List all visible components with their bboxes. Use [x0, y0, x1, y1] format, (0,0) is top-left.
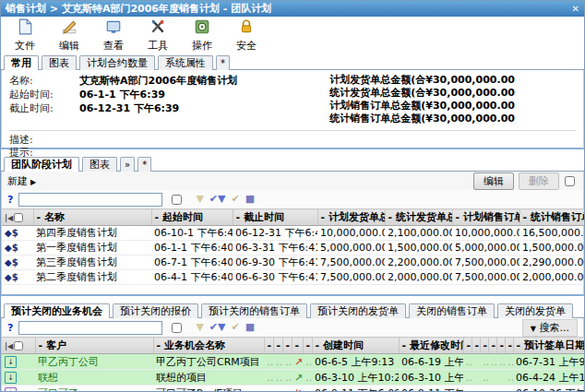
search-dropdown-button[interactable]: ▼ 搜索... [522, 319, 578, 337]
opportunity-column-header-14[interactable]: - [505, 338, 513, 354]
opportunity-select-all-header[interactable]: |◀ [2, 338, 35, 354]
new-button[interactable]: 新建▶ [7, 174, 36, 188]
stop-icon[interactable]: ■ [245, 193, 255, 206]
opportunity-column-header-9[interactable]: - [463, 338, 472, 354]
truncated-cell: … [463, 386, 472, 392]
tab-opportunity-5[interactable]: 关闭的发货单 [497, 303, 573, 318]
toolbar: 文件编辑查看工具操作安全 [1, 17, 584, 52]
stage-name-cell: 第三季度销售计划 [33, 255, 151, 270]
stage-select-checkbox[interactable] [565, 176, 575, 186]
stage-column-header-2[interactable]: - 截止时间 [233, 209, 317, 226]
table-row[interactable]: ↓联想联想的项目………↗…06-3-10 上午10:2506-3-10 上午10… [2, 370, 585, 386]
toolbar-button-view[interactable]: 查看 [97, 18, 130, 53]
opportunity-column-header-15[interactable]: - 预计签单日期 [513, 338, 585, 354]
toolbar-button-edit-pencil[interactable]: 编辑 [53, 18, 86, 53]
toolbar-button-tools[interactable]: 工具 [141, 18, 174, 53]
stage-column-header-6[interactable]: - 统计销售订单总金 [519, 209, 585, 226]
stage-column-header-0[interactable]: - 名称 [33, 209, 151, 226]
opportunity-column-header-10[interactable]: - [472, 338, 480, 354]
filter-funnel-check-icon[interactable]: ✔▼ [209, 193, 226, 206]
start-time-cell: 06-10-1 下午6:40 [151, 226, 233, 241]
stop-icon[interactable]: ■ [245, 321, 255, 334]
stage-column-header-4[interactable]: - 统计发货单总金额 [385, 209, 452, 226]
table-row[interactable]: ◆$第四季度销售计划06-10-1 下午6:4006-12-31 下午6:411… [2, 226, 585, 241]
opportunity-tab-row: 预计关闭的业务机会预计关闭的报价预计关闭的销售订单预计关闭的发货单关闭的销售订单… [1, 300, 584, 318]
opportunity-column-header-11[interactable]: - [480, 338, 488, 354]
tab-main-2[interactable]: 计划合约数量 [79, 55, 155, 70]
opportunity-column-header-3[interactable]: - [273, 338, 282, 354]
amount-cell: 2,000,000.00 [519, 270, 585, 285]
truncated-cell: … [505, 370, 513, 386]
stage-filter-checkbox[interactable] [172, 195, 182, 205]
plan-money-icon: ◆$ [2, 241, 33, 255]
tab-stage-2[interactable]: » [120, 157, 135, 172]
amount-cell: 5,000,000.00 [317, 241, 385, 255]
amount-cell: 2,200,000.00 [385, 255, 452, 270]
name-label: 名称: [9, 74, 79, 88]
truncated-cell: … [488, 386, 496, 392]
close-icon[interactable]: ✕ [572, 1, 579, 17]
opportunity-search-bar: ? ▼✔▼✔■ ▼ 搜索... [2, 318, 583, 337]
tab-stage-1[interactable]: 图表 [82, 157, 117, 172]
opportunity-filter-checkbox[interactable] [172, 323, 182, 333]
start-time-label: 起始时间: [9, 88, 79, 101]
modified-time-cell: 06-3-10 上午10:31 [399, 370, 463, 386]
opportunity-column-header-7[interactable]: - 创建时间 [312, 338, 399, 354]
tab-stage-0[interactable]: 团队阶段计划 [4, 157, 79, 172]
stage-search-input[interactable] [18, 193, 162, 207]
table-row[interactable]: ↓甲乙丙丁公司甲乙丙丁公司CRM项目………↗…06-6-5 上午9:1306-6… [2, 354, 585, 370]
opportunity-column-header-4[interactable]: - [282, 338, 292, 354]
toolbar-button-file[interactable]: 文件 [8, 18, 42, 53]
select-all-checkbox[interactable] [14, 213, 23, 222]
delete-button[interactable]: 删除 [519, 172, 559, 190]
toolbar-button-gear[interactable]: 操作 [185, 18, 219, 53]
tab-main-1[interactable]: 图表 [42, 55, 77, 70]
stage-name-cell: 第四季度销售计划 [33, 226, 151, 241]
stage-search-bar: ? ▼✔▼✔■ [2, 190, 583, 208]
opportunity-column-header-1[interactable]: - 业务机会名称 [153, 338, 264, 354]
truncated-cell: … [505, 386, 513, 392]
table-row[interactable]: ◆$第二季度销售计划06-4-1 下午6:4006-6-30 下午6:417,5… [2, 270, 585, 285]
filter-funnel-icon[interactable]: ▼ [196, 193, 203, 206]
tab-main-3[interactable]: 系统属性 [158, 55, 213, 70]
tab-opportunity-3[interactable]: 预计关闭的发货单 [310, 303, 406, 318]
stage-column-header-1[interactable]: - 起始时间 [151, 209, 233, 226]
tab-stage-3[interactable]: * [137, 157, 151, 172]
check-icon[interactable]: ✔ [232, 193, 240, 206]
table-row[interactable]: ◆$第一季度销售计划06-1-1 下午6:4006-3-31 下午6:415,0… [2, 241, 585, 255]
opportunity-column-header-13[interactable]: - [496, 338, 505, 354]
opportunity-column-header-12[interactable]: - [488, 338, 496, 354]
table-row[interactable]: ◆$第三季度销售计划06-7-1 下午6:4006-9-30 下午6:417,5… [2, 255, 585, 270]
help-icon[interactable]: ? [7, 322, 13, 334]
window-title: 销售计划 > 艾克斯特A部门2006年度销售计划 - 团队计划 [6, 2, 271, 16]
stage-select-all-header[interactable]: |◀ [2, 209, 33, 226]
tab-opportunity-0[interactable]: 预计关闭的业务机会 [4, 303, 110, 318]
opportunity-name-cell: 甲乙丙丁公司CRM项目 [153, 354, 264, 370]
actual-shipment-total: 统计发货单总金额(合¥30,000,000.00 [329, 87, 515, 100]
stage-column-header-3[interactable]: - 计划发货单总金额 [317, 209, 385, 226]
stage-column-header-5[interactable]: - 计划销售订单总金 [452, 209, 519, 226]
check-icon[interactable]: ✔ [232, 321, 240, 334]
tab-main-0[interactable]: 常用 [4, 55, 39, 70]
opportunity-column-header-8[interactable]: - 最近修改时间 [399, 338, 463, 354]
opportunity-column-header-5[interactable]: - [292, 338, 303, 354]
tab-opportunity-4[interactable]: 关闭的销售订单 [409, 303, 495, 318]
opportunity-column-header-0[interactable]: - 客户 [35, 338, 153, 354]
filter-funnel-check-icon[interactable]: ✔▼ [209, 321, 226, 334]
tab-opportunity-1[interactable]: 预计关闭的报价 [113, 303, 198, 318]
tab-main-4[interactable]: * [216, 55, 230, 70]
toolbar-button-lock[interactable]: 安全 [230, 18, 263, 53]
opportunity-column-header-2[interactable]: - [264, 338, 273, 354]
opportunity-search-input[interactable] [18, 321, 162, 335]
help-icon[interactable]: ? [7, 194, 13, 206]
tab-opportunity-2[interactable]: 预计关闭的销售订单 [201, 303, 307, 318]
select-all-checkbox[interactable] [14, 341, 23, 350]
opportunity-column-header-6[interactable]: - [303, 338, 312, 354]
filter-funnel-icon[interactable]: ▼ [196, 321, 203, 334]
plan-money-icon: ◆$ [2, 270, 33, 285]
table-row[interactable]: ↓可口可了可口可了Pro/E项目………↯…06-9-11 下午6:0906-9-… [2, 386, 585, 392]
edit-button[interactable]: 编辑 [473, 172, 514, 190]
truncated-cell: … [472, 386, 480, 392]
plan-totals: 计划发货单总金额(合¥30,000,000.00 统计发货单总金额(合¥30,0… [329, 74, 576, 125]
amount-cell: 2,290,000.00 [519, 255, 585, 270]
